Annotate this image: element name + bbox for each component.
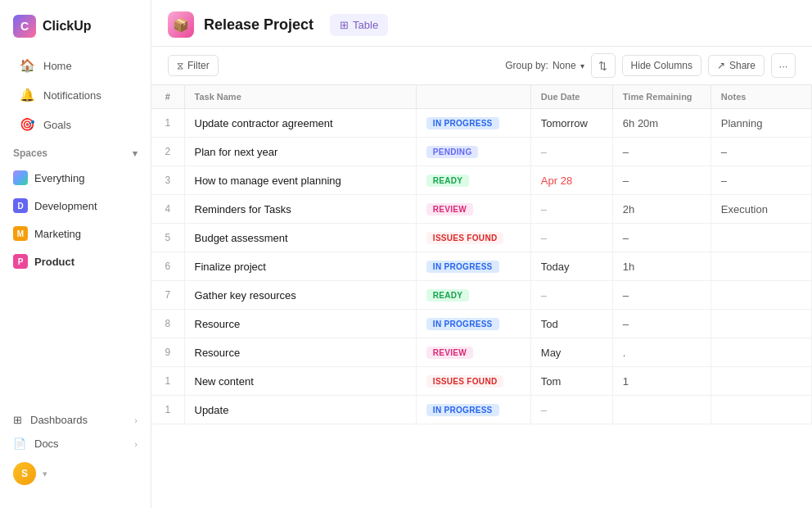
row-time-remaining: .	[612, 338, 710, 367]
status-badge: READY	[426, 175, 470, 187]
row-status: READY	[416, 166, 530, 195]
row-status: ISSUES FOUND	[416, 367, 530, 396]
row-num: 3	[151, 166, 184, 195]
row-due-date: Tomorrow	[530, 109, 612, 138]
sidebar-bottom: ⊞ Dashboards › 📄 Docs › S ▾	[0, 401, 151, 498]
user-avatar-area[interactable]: S ▾	[0, 456, 151, 492]
row-due-date: –	[530, 281, 612, 310]
sidebar-item-docs[interactable]: 📄 Docs ›	[0, 432, 151, 456]
hide-columns-button[interactable]: Hide Columns	[622, 55, 701, 76]
sidebar-item-home[interactable]: 🏠 Home	[7, 52, 144, 79]
row-task-name: Plan for next year	[184, 138, 416, 166]
row-status: PENDING	[416, 138, 530, 166]
page-title: Release Project	[204, 16, 314, 34]
row-task-name: Budget assessment	[184, 224, 416, 252]
table-row[interactable]: 1 Update contractor agreement IN PROGRES…	[151, 109, 812, 138]
table-row[interactable]: 2 Plan for next year PENDING – – –	[151, 138, 812, 166]
task-table-container: # Task Name Due Date Time Remaining Note…	[151, 85, 812, 508]
status-badge: IN PROGRESS	[426, 404, 499, 416]
logo-icon: C	[13, 15, 36, 38]
col-header-due: Due Date	[530, 85, 612, 109]
filter-button[interactable]: ⧖ Filter	[168, 55, 219, 76]
row-due-date: Tom	[530, 367, 612, 396]
share-label: Share	[729, 60, 756, 71]
row-due-date: –	[530, 396, 612, 424]
bell-icon: 🔔	[20, 88, 35, 102]
status-badge: IN PROGRESS	[426, 261, 499, 273]
table-row[interactable]: 8 Resource IN PROGRESS Tod –	[151, 310, 812, 338]
docs-arrow-icon: ›	[134, 439, 138, 449]
row-status: READY	[416, 281, 530, 310]
group-by-value: None	[553, 60, 576, 71]
table-row[interactable]: 1 Update IN PROGRESS –	[151, 396, 812, 424]
row-status: REVIEW	[416, 195, 530, 224]
table-tab-button[interactable]: ⊞ Table	[330, 14, 388, 36]
row-due-date: –	[530, 224, 612, 252]
row-notes	[710, 224, 811, 252]
sidebar-item-development[interactable]: D Development	[0, 193, 151, 219]
row-status: IN PROGRESS	[416, 252, 530, 281]
spaces-label: Spaces	[13, 147, 47, 159]
group-by-control[interactable]: Group by: None ▾	[505, 60, 584, 71]
row-notes	[710, 252, 811, 281]
status-badge: IN PROGRESS	[426, 318, 499, 330]
sidebar-label-marketing: Marketing	[34, 228, 81, 240]
app-logo[interactable]: C ClickUp	[0, 10, 151, 51]
row-task-name: Reminders for Tasks	[184, 195, 416, 224]
row-num: 5	[151, 224, 184, 252]
sidebar-label-product: Product	[34, 256, 74, 268]
row-due-date: Apr 28	[530, 166, 612, 195]
more-options-button[interactable]: ···	[771, 53, 796, 78]
status-badge: REVIEW	[426, 347, 473, 359]
spaces-section-header[interactable]: Spaces ▾	[0, 139, 151, 164]
row-status: IN PROGRESS	[416, 310, 530, 338]
row-notes: –	[710, 138, 811, 166]
dashboards-icon: ⊞	[13, 414, 22, 426]
table-row[interactable]: 3 How to manage event planning READY Apr…	[151, 166, 812, 195]
sidebar-item-product[interactable]: P Product	[0, 248, 151, 274]
share-icon: ↗	[717, 60, 725, 71]
row-notes	[710, 367, 811, 396]
row-num: 2	[151, 138, 184, 166]
sidebar-label-docs: Docs	[34, 438, 59, 450]
row-task-name: Resource	[184, 310, 416, 338]
col-header-notes: Notes	[710, 85, 811, 109]
sidebar-label-dashboards: Dashboards	[30, 414, 88, 426]
filter-label: Filter	[187, 60, 210, 71]
dashboards-arrow-icon: ›	[134, 415, 138, 425]
group-by-label: Group by:	[505, 60, 548, 71]
table-row[interactable]: 4 Reminders for Tasks REVIEW – 2h Execut…	[151, 195, 812, 224]
table-tab-icon: ⊞	[340, 19, 349, 31]
status-badge: REVIEW	[426, 203, 473, 215]
sidebar-label-goals: Goals	[43, 119, 71, 131]
row-time-remaining	[612, 396, 710, 424]
app-name: ClickUp	[43, 19, 92, 34]
table-row[interactable]: 1 New content ISSUES FOUND Tom 1	[151, 367, 812, 396]
row-status: IN PROGRESS	[416, 109, 530, 138]
row-notes: –	[710, 166, 811, 195]
row-num: 7	[151, 281, 184, 310]
table-row[interactable]: 6 Finalize project IN PROGRESS Today 1h	[151, 252, 812, 281]
row-notes	[710, 338, 811, 367]
project-icon: 📦	[168, 11, 194, 38]
row-task-name: Gather key resources	[184, 281, 416, 310]
row-notes: Planning	[710, 109, 811, 138]
sidebar-item-everything[interactable]: Everything	[0, 165, 151, 191]
table-row[interactable]: 9 Resource REVIEW May .	[151, 338, 812, 367]
sidebar-item-goals[interactable]: 🎯 Goals	[7, 111, 144, 138]
table-row[interactable]: 7 Gather key resources READY – –	[151, 281, 812, 310]
share-button[interactable]: ↗ Share	[708, 55, 765, 76]
status-badge: ISSUES FOUND	[426, 375, 504, 388]
col-header-task: Task Name	[184, 85, 416, 109]
docs-icon: 📄	[13, 438, 26, 450]
row-num: 4	[151, 195, 184, 224]
row-time-remaining: –	[612, 310, 710, 338]
row-due-date: –	[530, 195, 612, 224]
table-row[interactable]: 5 Budget assessment ISSUES FOUND – –	[151, 224, 812, 252]
sidebar-item-notifications[interactable]: 🔔 Notifications	[7, 81, 144, 109]
sort-icon-button[interactable]: ⇅	[591, 53, 616, 78]
sidebar-item-marketing[interactable]: M Marketing	[0, 220, 151, 247]
sidebar-item-dashboards[interactable]: ⊞ Dashboards ›	[0, 408, 151, 432]
sidebar: C ClickUp 🏠 Home 🔔 Notifications 🎯 Goals…	[0, 0, 151, 508]
row-task-name: How to manage event planning	[184, 166, 416, 195]
